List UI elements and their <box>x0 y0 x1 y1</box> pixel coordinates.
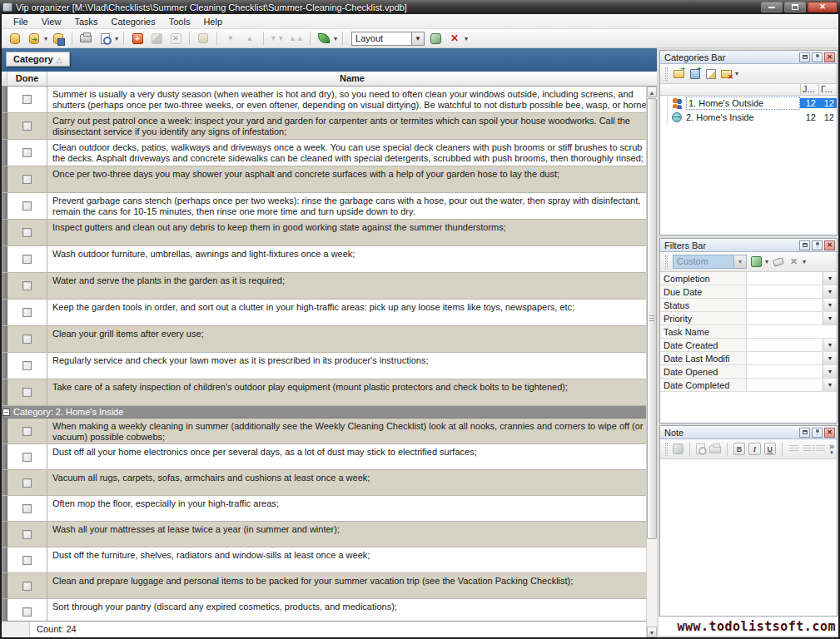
skin-dropdown-icon[interactable]: ▾ <box>334 35 337 42</box>
task-row[interactable]: Once per two-three days you may shower y… <box>2 166 657 193</box>
filter-preset-dropdown-icon[interactable]: ▼ <box>734 255 747 269</box>
filter-dropdown-icon[interactable]: ▼ <box>823 272 837 285</box>
filter-value-field[interactable] <box>747 339 823 351</box>
filter-dropdown-icon[interactable]: ▼ <box>823 339 837 351</box>
edit-task-button[interactable] <box>148 31 165 47</box>
task-checkbox[interactable] <box>22 255 32 264</box>
filter-dropdown-icon[interactable]: ▼ <box>823 352 837 364</box>
filter-value-field[interactable] <box>747 352 823 364</box>
task-row[interactable]: Wash all your mattresses at lease twice … <box>2 522 657 547</box>
layout-dropdown-icon[interactable]: ▼ <box>411 32 425 46</box>
note-preview-icon[interactable] <box>696 443 706 455</box>
filter-value-field[interactable] <box>747 312 823 324</box>
open-dropdown-icon[interactable]: ▾ <box>44 35 47 42</box>
filter-preset-value[interactable]: Custom <box>673 255 734 269</box>
task-checkbox[interactable] <box>22 530 32 539</box>
categories-overflow-icon[interactable]: ▾ <box>735 70 738 77</box>
maximize-button[interactable] <box>784 2 806 12</box>
panel-pin-icon[interactable] <box>812 52 823 62</box>
collapse-group-icon[interactable]: − <box>2 409 10 416</box>
menu-help[interactable]: Help <box>196 15 229 28</box>
scroll-up-icon[interactable]: ▲ <box>647 87 657 97</box>
scrollbar-thumb[interactable] <box>647 98 657 539</box>
filter-value-field[interactable] <box>747 365 823 378</box>
task-row[interactable]: Dust off the furniture, shelves, radiato… <box>2 547 657 573</box>
task-row[interactable]: Take care of a safety inspection of chil… <box>2 379 657 406</box>
task-row[interactable]: Clean outdoor decks, patios, walkways an… <box>2 140 657 166</box>
move-down-button[interactable]: ▼ <box>222 31 239 47</box>
task-checkbox[interactable] <box>22 504 32 513</box>
open-database-button[interactable] <box>26 31 42 47</box>
spell-check-icon[interactable] <box>673 443 683 455</box>
delete-task-button[interactable]: ✕ <box>167 31 184 47</box>
panel-restore-icon[interactable] <box>799 52 810 62</box>
filter-dropdown-icon[interactable]: ▼ <box>823 312 837 324</box>
task-checkbox[interactable] <box>22 148 32 157</box>
menu-categories[interactable]: Categories <box>105 15 162 28</box>
move-to-bottom-button[interactable]: ▼▼ <box>269 31 286 47</box>
panel-pin-icon[interactable] <box>812 428 823 438</box>
toolbar-overflow-icon[interactable]: ▾ <box>465 35 468 42</box>
menu-tasks[interactable]: Tasks <box>67 15 104 28</box>
note-print-icon[interactable] <box>709 443 721 455</box>
task-checkbox[interactable] <box>22 95 32 104</box>
group-by-category-button[interactable]: Category△ <box>6 52 70 67</box>
categories-col1-header[interactable]: J... <box>800 84 818 95</box>
task-row[interactable]: Clean your grill items after every use; <box>2 326 657 353</box>
filter-value-field[interactable] <box>747 285 823 298</box>
panel-pin-icon[interactable] <box>812 240 823 250</box>
layout-combobox[interactable]: Layout ▼ <box>351 32 425 46</box>
bullet-list-icon[interactable] <box>816 443 826 455</box>
task-row[interactable]: Water and serve the plants in the garden… <box>2 273 657 300</box>
task-checkbox[interactable] <box>22 121 32 131</box>
clear-filter-button[interactable] <box>772 256 784 268</box>
task-row[interactable]: Dust off all your home electronics once … <box>2 444 657 470</box>
note-text-area[interactable] <box>660 460 837 616</box>
filter-dropdown-icon[interactable]: ▼ <box>823 379 837 391</box>
task-row[interactable]: Clean and prepare luggage and personal i… <box>2 573 657 599</box>
task-row[interactable]: Inspect gutters and clean out any debris… <box>2 220 657 246</box>
menu-file[interactable]: File <box>7 15 35 28</box>
vertical-scrollbar[interactable]: ▲ ▼ <box>646 87 657 637</box>
task-checkbox[interactable] <box>22 453 32 462</box>
close-button[interactable]: ✕ <box>808 2 838 12</box>
skin-button[interactable] <box>316 31 332 47</box>
task-checkbox[interactable] <box>22 201 32 211</box>
note-overflow-icon[interactable]: »▾ <box>829 443 834 456</box>
menu-view[interactable]: View <box>35 15 68 28</box>
new-category-button[interactable] <box>673 68 685 80</box>
menu-tools[interactable]: Tools <box>162 15 197 28</box>
task-checkbox[interactable] <box>22 388 32 397</box>
filter-dropdown-icon[interactable]: ▼ <box>823 365 837 378</box>
task-row[interactable]: Summer is usually a very dusty season (w… <box>2 87 657 113</box>
italic-button[interactable]: I <box>748 443 760 455</box>
task-checkbox[interactable] <box>22 308 32 317</box>
apply-layout-button[interactable] <box>427 31 444 47</box>
align-right-icon[interactable] <box>802 443 812 455</box>
category-row[interactable]: 2. Home's Inside1212 <box>660 110 837 124</box>
task-checkbox[interactable] <box>22 228 32 237</box>
filter-dropdown-icon[interactable]: ▼ <box>823 299 837 311</box>
add-task-button[interactable]: + <box>129 31 146 47</box>
layout-value[interactable]: Layout <box>351 32 411 46</box>
save-database-button[interactable] <box>50 31 67 47</box>
delete-layout-button[interactable]: ✕ <box>446 31 463 47</box>
task-row[interactable]: Regularly service and check your lawn mo… <box>2 353 657 379</box>
panel-close-icon[interactable]: ✕ <box>824 428 835 438</box>
new-subcategory-button[interactable] <box>688 68 701 80</box>
task-checkbox[interactable] <box>22 478 32 488</box>
filter-value-field[interactable] <box>747 379 823 391</box>
task-checkbox[interactable] <box>22 582 32 591</box>
task-row[interactable]: Keep the garden tools in order, and sort… <box>2 300 657 326</box>
task-checkbox[interactable] <box>22 175 32 184</box>
task-checkbox[interactable] <box>22 334 32 344</box>
done-column-header[interactable]: Done <box>7 72 47 86</box>
task-checkbox[interactable] <box>22 607 32 617</box>
complete-task-button[interactable] <box>195 31 211 47</box>
edit-category-button[interactable] <box>704 68 717 80</box>
task-row[interactable]: Often mop the floor, especially in your … <box>2 496 657 522</box>
filter-dropdown-icon[interactable]: ▾ <box>765 258 768 265</box>
panel-restore-icon[interactable] <box>799 428 810 438</box>
bold-button[interactable]: B <box>733 443 745 455</box>
panel-restore-icon[interactable] <box>799 240 810 250</box>
